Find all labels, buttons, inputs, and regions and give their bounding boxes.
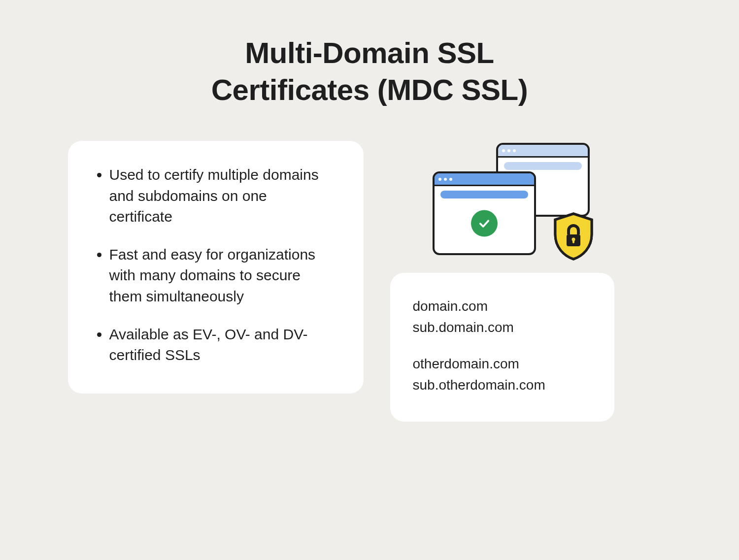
domains-card: domain.com sub.domain.com otherdomain.co…	[390, 273, 614, 422]
content-columns: Used to certify multiple domains and sub…	[68, 141, 672, 422]
browser-window-front-icon	[433, 171, 536, 255]
feature-item: Used to certify multiple domains and sub…	[109, 165, 326, 228]
feature-item: Fast and easy for organizations with man…	[109, 244, 326, 307]
svg-rect-2	[572, 239, 574, 243]
window-titlebar	[435, 173, 534, 186]
domain-item: sub.domain.com	[413, 317, 595, 338]
right-column: domain.com sub.domain.com otherdomain.co…	[390, 141, 614, 422]
address-bar	[504, 162, 582, 170]
title-line-2: Certificates (MDC SSL)	[211, 73, 528, 106]
domain-group-separator	[413, 338, 595, 353]
address-bar	[440, 191, 528, 198]
domain-list: domain.com sub.domain.com otherdomain.co…	[413, 296, 595, 396]
title-line-1: Multi-Domain SSL	[245, 36, 494, 69]
window-titlebar	[498, 145, 588, 158]
feature-list: Used to certify multiple domains and sub…	[93, 165, 340, 366]
lock-shield-icon	[551, 212, 596, 261]
domain-item: domain.com	[413, 296, 595, 317]
illustration	[390, 141, 614, 259]
features-card: Used to certify multiple domains and sub…	[68, 141, 364, 394]
infographic-root: Multi-Domain SSL Certificates (MDC SSL) …	[68, 0, 672, 422]
checkmark-badge-icon	[471, 210, 498, 237]
domain-item: otherdomain.com	[413, 353, 595, 374]
domain-item: sub.otherdomain.com	[413, 374, 595, 395]
page-title: Multi-Domain SSL Certificates (MDC SSL)	[68, 34, 672, 108]
feature-item: Available as EV-, OV- and DV-certified S…	[109, 324, 326, 366]
